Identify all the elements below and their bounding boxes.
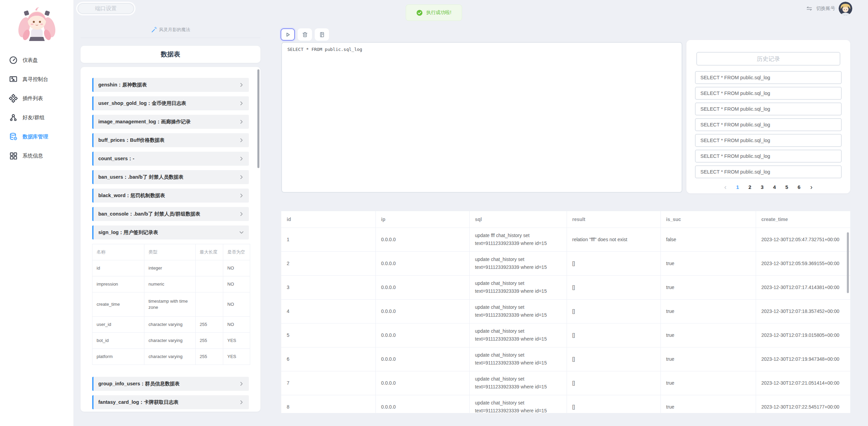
swap-arrows-icon — [806, 5, 813, 12]
sidebar: 仪表盘 真寻控制台 插件列表 — [0, 0, 74, 426]
app-logo-avatar — [11, 3, 62, 44]
history-item[interactable]: SELECT * FROM public.sql_log — [695, 150, 842, 163]
tables-panel-header: 数据表 — [81, 46, 260, 63]
toast-message: 执行成功啦! — [426, 10, 452, 16]
table-item-ban-console[interactable]: ban_console：.ban/b了 封禁人员/群组数据表 — [92, 207, 249, 221]
sidebar-menu: 仪表盘 真寻控制台 插件列表 — [0, 51, 73, 165]
sidebar-item-database[interactable]: 数据库管理 — [0, 127, 73, 146]
sidebar-item-plugins[interactable]: 插件列表 — [0, 89, 73, 108]
panel-subtitle-row: 风灵月影的魔法 — [81, 25, 260, 35]
results-row: 80.0.0.0update chat_history set text=911… — [281, 395, 850, 413]
results-row: 70.0.0.0update chat_history set text=911… — [281, 371, 850, 395]
chevron-right-icon — [239, 211, 244, 217]
pagination-page-1[interactable]: 1 — [734, 182, 741, 191]
success-toast: 执行成功啦! — [406, 4, 462, 21]
pagination-page-5[interactable]: 5 — [783, 182, 791, 191]
pagination-page-4[interactable]: 4 — [771, 182, 778, 191]
history-item[interactable]: SELECT * FROM public.sql_log — [695, 87, 842, 100]
history-item[interactable]: SELECT * FROM public.sql_log — [695, 118, 842, 131]
history-item[interactable]: SELECT * FROM public.sql_log — [695, 102, 842, 115]
table-item-user-shop-gold-log[interactable]: user_shop_gold_log：金币使用日志表 — [92, 96, 249, 110]
results-col-ip: ip — [375, 211, 469, 228]
table-item-image-management-log[interactable]: image_management_log：画廊操作记录 — [92, 115, 249, 129]
switch-account-button[interactable]: 切换账号 — [816, 5, 835, 12]
results-row: 30.0.0.0update chat_history set text=911… — [281, 275, 850, 299]
table-item-genshin[interactable]: genshin：原神数据表 — [92, 78, 249, 92]
pagination-page-3[interactable]: 3 — [758, 182, 766, 191]
gauge-icon — [9, 56, 18, 65]
sidebar-item-friends-groups[interactable]: 好友/群组 — [0, 108, 73, 127]
schema-col-maxlen: 最大长度 — [196, 244, 223, 260]
schema-col-name: 名称 — [93, 244, 144, 260]
sidebar-item-label: 真寻控制台 — [23, 76, 48, 83]
pagination-page-6[interactable]: 6 — [795, 182, 803, 191]
friends-icon — [9, 113, 18, 122]
sidebar-item-label: 仪表盘 — [23, 57, 38, 64]
results-row: 60.0.0.0update chat_history set text=911… — [281, 347, 850, 371]
chevron-right-icon — [239, 400, 244, 405]
sidebar-item-console[interactable]: 真寻控制台 — [0, 70, 73, 89]
sidebar-item-dashboard[interactable]: 仪表盘 — [0, 51, 73, 70]
sidebar-item-label: 好友/群组 — [23, 114, 44, 121]
user-avatar[interactable] — [839, 2, 852, 15]
schema-row: user_idcharacter varying255NO — [93, 317, 250, 333]
history-title-box: 历史记录 — [696, 52, 840, 66]
table-item-buff-prices[interactable]: buff_prices：Buff价格数据表 — [92, 133, 249, 147]
check-circle-icon — [416, 10, 423, 16]
chevron-right-icon — [239, 82, 244, 87]
history-item[interactable]: SELECT * FROM public.sql_log — [695, 134, 842, 147]
results-col-sql: sql — [469, 211, 567, 228]
table-item-fantasy-card-log[interactable]: fantasy_card_log：卡牌获取日志表 — [92, 395, 249, 409]
results-col-id: id — [281, 211, 375, 228]
account-area: 切换账号 — [806, 2, 852, 15]
results-row: 10.0.0.0update fff chat_history set text… — [281, 228, 850, 251]
sign-log-schema-table: 名称 类型 最大长度 是否为空 idintegerNO impressionnu… — [92, 244, 249, 365]
table-item-sign-log[interactable]: sign_log：用户签到记录表 — [92, 225, 249, 239]
chevron-right-icon — [239, 381, 244, 386]
chevron-right-icon — [239, 119, 244, 124]
panel-subtitle: 风灵月影的魔法 — [159, 27, 190, 33]
pagination-prev-button[interactable]: ‹ — [722, 182, 729, 191]
sidebar-item-label: 系统信息 — [23, 153, 43, 159]
port-settings-button[interactable]: 端口设置 — [77, 3, 134, 14]
table-item-group-info-users[interactable]: group_info_users：群员信息数据表 — [92, 377, 249, 391]
run-sql-button[interactable] — [281, 28, 295, 41]
chevron-right-icon — [239, 101, 244, 106]
table-item-ban-users[interactable]: ban_users：.ban/b了 封禁人员数据表 — [92, 170, 249, 184]
schema-row: platformcharacter varying255YES — [93, 349, 250, 365]
chevron-right-icon — [239, 175, 244, 180]
clear-sql-button[interactable] — [298, 28, 312, 41]
table-item-count-users[interactable]: count_users：- — [92, 152, 249, 166]
chevron-right-icon — [239, 138, 244, 143]
sql-editor[interactable]: SELECT * FROM public.sql_log — [281, 42, 682, 193]
results-header-row: id ip sql result is_suc create_time — [281, 211, 850, 228]
sql-editor-content: SELECT * FROM public.sql_log — [287, 46, 676, 53]
table-item-black-word[interactable]: black_word：惩罚机制数据表 — [92, 189, 249, 203]
grid-icon — [9, 151, 18, 160]
console-monitor-icon — [9, 75, 18, 84]
play-icon — [284, 31, 291, 38]
schema-row: create_timetimestamp with time zoneNO — [93, 292, 250, 317]
notebook-icon — [318, 31, 326, 38]
sidebar-item-label: 插件列表 — [23, 95, 43, 102]
schema-row: idintegerNO — [93, 260, 250, 276]
results-col-is-suc: is_suc — [660, 211, 756, 228]
schema-col-type: 类型 — [144, 244, 196, 260]
sidebar-item-system-info[interactable]: 系统信息 — [0, 146, 73, 165]
history-item[interactable]: SELECT * FROM public.sql_log — [695, 165, 842, 178]
results-scrollbar[interactable] — [847, 232, 849, 293]
copy-sql-button[interactable] — [315, 28, 329, 41]
history-title: 历史记录 — [757, 55, 780, 63]
query-results-table: id ip sql result is_suc create_time 10.0… — [281, 211, 850, 413]
pagination-next-button[interactable]: › — [808, 182, 815, 191]
history-item[interactable]: SELECT * FROM public.sql_log — [695, 71, 842, 84]
chevron-right-icon — [239, 156, 244, 161]
sidebar-item-label: 数据库管理 — [23, 134, 48, 140]
results-col-result: result — [567, 211, 660, 228]
plugins-diamonds-icon — [9, 94, 18, 103]
pagination-page-2[interactable]: 2 — [746, 182, 754, 191]
results-row: 40.0.0.0update chat_history set text=911… — [281, 299, 850, 323]
magic-wand-icon — [151, 26, 158, 33]
tables-list-card: genshin：原神数据表 user_shop_gold_log：金币使用日志表… — [81, 67, 260, 412]
tables-list-scrollbar[interactable] — [257, 69, 259, 168]
